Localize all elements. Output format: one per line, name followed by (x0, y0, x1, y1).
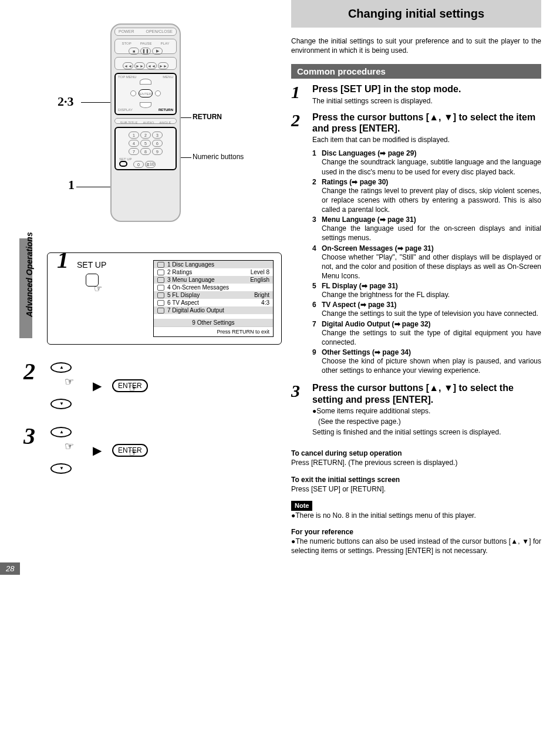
remote-cursor-block: TOP MENU MENU ENTER DISPLAY RETURN (114, 73, 177, 115)
step-subtext: ●Some items require additional steps. (312, 406, 541, 416)
osd-row: 2 RatingsLevel 8 (154, 268, 273, 276)
menu-item-list: 1Disc Languages (➡ page 29)Change the so… (312, 149, 541, 375)
menu-item: 6TV Aspect (➡ page 31)Change the setting… (312, 301, 541, 318)
reference-text: ●The numeric buttons can also be used in… (291, 537, 541, 555)
hand-icon: ☞ (65, 440, 74, 453)
pause-label: PAUSE (140, 42, 152, 45)
msg-icon (157, 285, 164, 291)
skip-back: ◄◄ (123, 62, 133, 69)
osd-menu: 1 Disc Languages 2 RatingsLevel 8 3 Menu… (153, 260, 274, 337)
note-text: ●There is no No. 8 in the initial settin… (291, 511, 476, 520)
hand-icon: ☞ (129, 382, 138, 395)
cursor-up-icon (50, 362, 72, 373)
step-2-art: 2 ☞ ▶ ENTER ☞ (47, 362, 268, 409)
display-label: DISPLAY (118, 108, 133, 112)
step-subtext: Each item that can be modified is displa… (312, 135, 541, 144)
remote-power-row: POWER OPEN/CLOSE (114, 28, 177, 36)
num-2: 2 (140, 132, 151, 139)
num-6: 6 (152, 140, 163, 147)
menu-item: 9Other Settings (➡ page 34)Choose the ki… (312, 348, 541, 375)
arrow-right-icon: ▶ (93, 443, 102, 457)
step-3: 3 Press the cursor buttons [▲, ▼] to sel… (291, 382, 541, 437)
setup-panel-figure: 1 SET UP ☞ 1 Disc Languages 2 RatingsLev… (47, 252, 282, 345)
arrow-right-icon: ▶ (93, 379, 102, 393)
disc-icon (157, 262, 164, 268)
callout-steps-2-3: 2·3 (58, 94, 74, 109)
power-label: POWER (119, 29, 134, 34)
callout-return: RETURN (193, 113, 222, 121)
sidebar-section-label: Advanced Operations (25, 232, 34, 317)
page-number: 28 (0, 562, 20, 575)
search-fwd: ►► (158, 62, 168, 69)
page-title: Changing initial settings (291, 0, 541, 28)
osd-row: 3 Menu LanguageEnglish (154, 276, 273, 284)
callout-numeric: Numeric buttons (193, 153, 244, 161)
remote-skip-row: ◄◄►►◄◄►► (114, 57, 177, 70)
callout-line (76, 187, 114, 187)
num-8: 8 (140, 148, 151, 155)
lang-icon (157, 277, 164, 283)
menu-item: 5FL Display (➡ page 31)Change the bright… (312, 282, 541, 299)
cursor-up-icon (50, 427, 72, 437)
setup-button (119, 161, 127, 167)
lock-icon (157, 269, 164, 275)
callout-line (81, 102, 114, 103)
num-7: 7 (129, 148, 139, 155)
left-column: Advanced Operations 2·3 1 RETURN Numeric… (0, 0, 279, 575)
step-subtext: (See the respective page.) (312, 417, 541, 426)
step-number: 1 (291, 83, 309, 101)
osd-row: 6 TV Aspect4:3 (154, 299, 273, 306)
step-subtext: Setting is finished and the initial sett… (312, 427, 541, 437)
skip-fwd: ►► (134, 62, 145, 69)
notes-block: To cancel during setup operation Press [… (291, 449, 541, 555)
step-title: Press the cursor buttons [▲, ▼] to selec… (312, 112, 541, 134)
step-number: 3 (291, 382, 309, 400)
osd-row: 4 On-Screen Messages (154, 284, 273, 291)
step-title: Press [SET UP] in the stop mode. (312, 83, 541, 95)
hand-icon: ☞ (65, 375, 74, 388)
tv-icon (157, 300, 164, 306)
menu-item: 1Disc Languages (➡ page 29)Change the so… (312, 149, 541, 176)
step-title: Press the cursor buttons [▲, ▼] to selec… (312, 382, 541, 405)
osd-row: 5 FL DisplayBright (154, 291, 273, 299)
step-number: 2 (291, 112, 309, 129)
num-gte10: ≧10 (145, 161, 156, 168)
display-icon (157, 292, 164, 298)
search-back: ◄◄ (146, 62, 157, 69)
num-1: 1 (129, 132, 139, 139)
menu-item: 4On-Screen Messages (➡ page 31)Choose wh… (312, 244, 541, 281)
osd-row-other: 9 Other Settings (154, 319, 273, 326)
remote-sub-row: SUB TITLE AUDIO ANGLE (114, 118, 177, 124)
play-label: PLAY (161, 42, 170, 45)
note-badge: Note (291, 501, 312, 511)
remote-diagram: 2·3 1 RETURN Numeric buttons POWER OPEN/… (22, 18, 257, 235)
remote-body: POWER OPEN/CLOSE STOP PAUSE PLAY ■❚❚▶ ◄◄… (110, 23, 181, 222)
cursor-buttons-art: ☞ (47, 362, 82, 409)
num-3: 3 (152, 132, 163, 139)
menu-item: 2Ratings (➡ page 30)Change the ratings l… (312, 178, 541, 215)
num-0: 0 (133, 161, 144, 168)
fig-step-num-1: 1 (57, 246, 69, 274)
stop-button: ■ (129, 48, 139, 55)
num-9: 9 (152, 148, 163, 155)
step-2: 2 Press the cursor buttons [▲, ▼] to sel… (291, 112, 541, 377)
audio-icon (157, 308, 164, 314)
callout-step-1: 1 (68, 177, 75, 193)
num-5: 5 (140, 140, 151, 147)
exit-text: Press [SET UP] or [RETURN]. (291, 485, 386, 493)
osd-row: 1 Disc Languages (154, 261, 273, 268)
setup-text-label: SET UP (77, 260, 106, 269)
reference-heading: For your reference (291, 528, 353, 536)
intro-text: Change the initial settings to suit your… (291, 36, 541, 55)
hand-icon: ☞ (129, 446, 138, 459)
cancel-heading: To cancel during setup operation (291, 449, 402, 457)
osd-spacer (154, 314, 273, 319)
cursor-left (130, 90, 136, 96)
exit-heading: To exit the initial settings screen (291, 476, 400, 484)
fig-step-num-3: 3 (23, 422, 35, 450)
num-4: 4 (129, 140, 139, 147)
menu-item: 3Menu Language (➡ page 31)Change the lan… (312, 215, 541, 242)
step-1: 1 Press [SET UP] in the stop mode. The i… (291, 83, 541, 105)
cancel-text: Press [RETURN]. (The previous screen is … (291, 459, 457, 467)
stop-label: STOP (122, 42, 131, 45)
